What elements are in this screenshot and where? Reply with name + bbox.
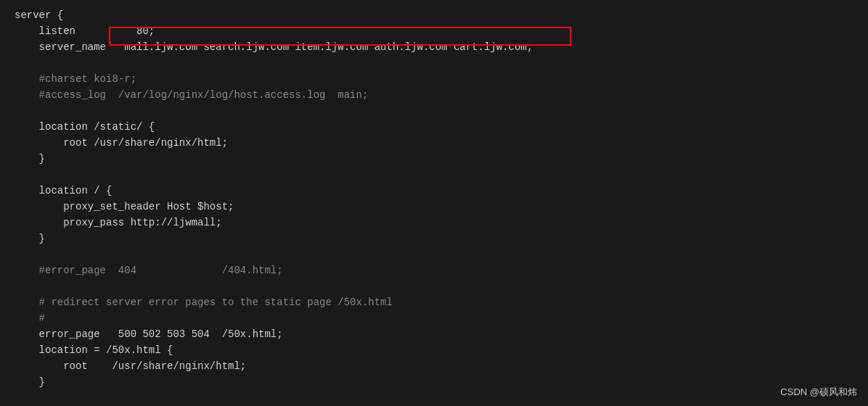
code-line-24: } [15,374,853,390]
code-line-10: } [15,151,853,167]
code-line-16 [15,246,853,262]
code-line-20: # [15,310,853,326]
code-line-18 [15,278,853,294]
code-line-25 [15,390,853,406]
code-line-22: location = /50x.html { [15,342,853,358]
code-line-6: #access_log /var/log/nginx/log/host.acce… [15,87,853,103]
code-line-1: server { [15,7,853,23]
code-line-7 [15,103,853,119]
code-line-21: error_page 500 502 503 504 /50x.html; [15,326,853,342]
code-line-19: # redirect server error pages to the sta… [15,294,853,310]
code-line-11 [15,167,853,183]
code-line-15: } [15,231,853,246]
code-line-14: proxy_pass http://ljwmall; [15,215,853,231]
code-editor: server { listen 80; server_name mall.ljw… [0,0,868,406]
code-line-3: server_name mall.ljw.com search.ljw.com … [15,39,853,55]
code-line-2: listen 80; [15,23,853,39]
code-line-12: location / { [15,183,853,199]
watermark: CSDN @硕风和炜 [780,386,857,399]
code-line-17: #error_page 404 /404.html; [15,262,853,278]
code-line-4 [15,55,853,71]
code-line-9: root /usr/share/nginx/html; [15,135,853,151]
code-line-23: root /usr/share/nginx/html; [15,358,853,374]
code-line-13: proxy_set_header Host $host; [15,199,853,215]
code-line-5: #charset koi8-r; [15,71,853,87]
code-line-8: location /static/ { [15,119,853,135]
